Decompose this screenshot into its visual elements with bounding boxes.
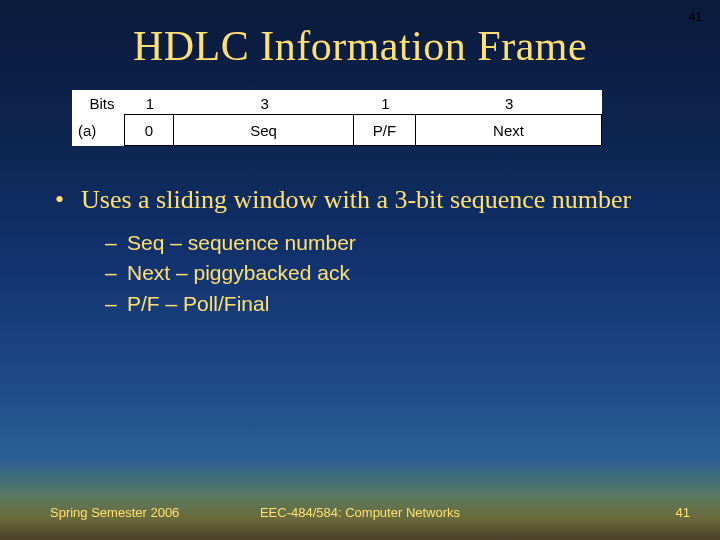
bits-row: Bits 1 3 1 3 (72, 90, 602, 114)
sub-bullet: – Next – piggybacked ack (105, 258, 665, 288)
bits-label: Bits (73, 90, 125, 114)
sub-bullet: – P/F – Poll/Final (105, 289, 665, 319)
footer-right: 41 (676, 505, 690, 520)
sub-bullet-text: Next – piggybacked ack (127, 258, 350, 288)
bits-val-1: 3 (175, 90, 355, 114)
sub-bullet-text: P/F – Poll/Final (127, 289, 269, 319)
frame-diagram: Bits 1 3 1 3 (a) 0 Seq P/F Next (72, 90, 602, 146)
fields-row: (a) 0 Seq P/F Next (72, 114, 602, 146)
slide: 41 HDLC Information Frame Bits 1 3 1 3 (… (0, 0, 720, 540)
sub-bullet-list: – Seq – sequence number – Next – piggyba… (105, 228, 665, 319)
row-label: (a) (72, 114, 124, 146)
dash-icon: – (105, 289, 127, 319)
body-text: • Uses a sliding window with a 3-bit seq… (55, 185, 665, 319)
dash-icon: – (105, 228, 127, 258)
field-0: 0 (124, 114, 174, 146)
main-bullet: • Uses a sliding window with a 3-bit seq… (55, 185, 665, 216)
main-bullet-text: Uses a sliding window with a 3-bit seque… (81, 185, 631, 216)
field-pf: P/F (354, 114, 416, 146)
sub-bullet-text: Seq – sequence number (127, 228, 356, 258)
bits-val-3: 3 (416, 90, 602, 114)
sub-bullet: – Seq – sequence number (105, 228, 665, 258)
footer-center: EEC-484/584: Computer Networks (0, 505, 720, 520)
bullet-dot-icon: • (55, 185, 81, 216)
dash-icon: – (105, 258, 127, 288)
bits-val-0: 1 (125, 90, 175, 114)
field-next: Next (416, 114, 602, 146)
bits-val-2: 1 (354, 90, 416, 114)
slide-title: HDLC Information Frame (0, 22, 720, 70)
field-seq: Seq (174, 114, 354, 146)
